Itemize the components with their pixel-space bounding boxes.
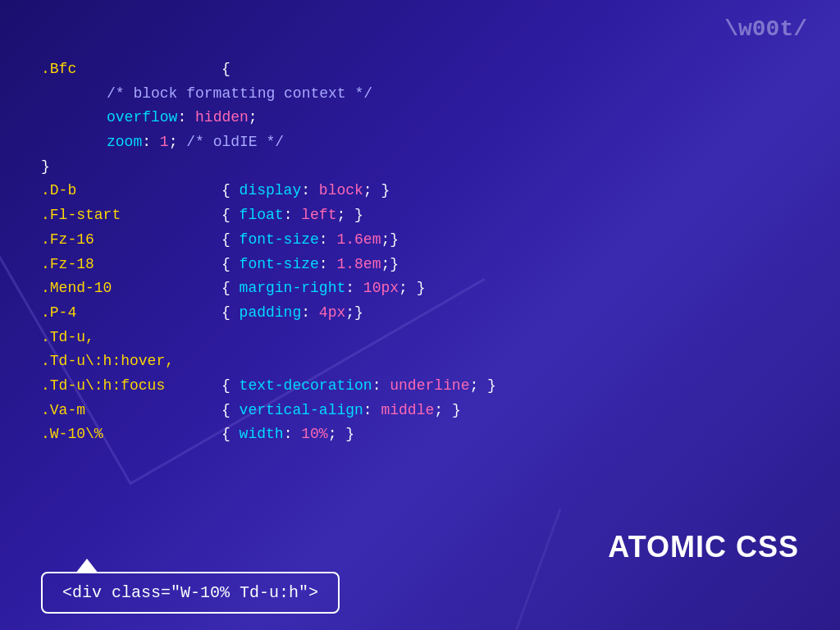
atomic-css-label: ATOMIC CSS [608,530,799,564]
selector-vam: .Va-m [41,399,221,423]
selector-tdu2: .Td-u\:h:hover, [41,349,221,374]
prop-fz18: font-size [240,253,319,277]
code-line-overflow: overflow: hidden; [41,106,799,130]
selector-fl: .Fl-start [41,203,221,228]
prop-zoom: zoom [107,130,142,155]
val-w10: 10% [301,422,327,447]
code-line-p4: .P-4 { padding: 4px;} [41,301,799,326]
val-mend: 10px [363,276,399,301]
code-line-tdu2: .Td-u\:h:hover, [41,349,799,374]
code-line-mend: .Mend-10 { margin-right: 10px; } [41,276,799,301]
selector-fz18: .Fz-18 [41,253,221,277]
val-fz16: 1.6em [336,228,381,253]
val-db: block [319,179,363,203]
selector-bfc: .Bfc [41,57,221,82]
selector-w10: .W-10\% [41,422,221,447]
prop-p4: padding [240,301,302,326]
code-line-tdu3: .Td-u\:h:focus { text-decoration: underl… [41,374,799,399]
code-line-tdu1: .Td-u, [41,326,799,350]
selector-tdu3: .Td-u\:h:focus [41,374,221,399]
selector-p4: .P-4 [41,301,221,326]
code-line-w10: .W-10\% { width: 10%; } [41,422,799,447]
tooltip-text: <div class="W-10% Td-u:h"> [62,583,318,602]
prop-mend: margin-right [240,276,346,301]
woot-label: \w00t/ [724,16,807,42]
val-fl: left [301,203,336,228]
code-line-fz18: .Fz-18 { font-size: 1.8em;} [41,253,799,277]
selector-tdu1: .Td-u, [41,326,221,350]
selector-mend: .Mend-10 [41,276,221,301]
code-line-fl: .Fl-start { float: left; } [41,203,799,228]
selector-fz16: .Fz-16 [41,228,221,253]
prop-fz16: font-size [240,228,319,253]
code-line-bfc-comment: /* block formatting context */ [41,82,799,107]
val-fz18: 1.8em [336,253,381,277]
prop-db: display [240,179,302,203]
selector-db: .D-b [41,179,221,203]
val-vam: middle [381,399,434,423]
prop-overflow: overflow [107,106,177,130]
brace-open: { [221,57,231,82]
val-zoom: 1 [160,130,169,155]
code-line-db: .D-b { display: block; } [41,179,799,203]
brace-close-bfc: } [41,155,50,180]
code-line-bfc-close: } [41,155,799,180]
comment-oldie: /* oldIE */ [186,130,284,155]
prop-vam: vertical-align [240,399,363,423]
tooltip-container: <div class="W-10% Td-u:h"> [41,572,340,614]
prop-tdu: text-decoration [240,374,372,399]
val-p4: 4px [319,301,345,326]
code-line-fz16: .Fz-16 { font-size: 1.6em;} [41,228,799,253]
tooltip-box: <div class="W-10% Td-u:h"> [41,572,340,614]
code-line-zoom: zoom: 1; /* oldIE */ [41,130,799,155]
code-block: .Bfc { /* block formatting context */ ov… [41,57,799,447]
code-line-bfc-open: .Bfc { [41,57,799,82]
val-overflow: hidden [195,106,249,130]
prop-fl: float [240,203,284,228]
prop-w10: width [240,422,284,447]
code-line-vam: .Va-m { vertical-align: middle; } [41,399,799,423]
val-tdu: underline [390,374,469,399]
comment-bfc: /* block formatting context */ [107,82,372,107]
